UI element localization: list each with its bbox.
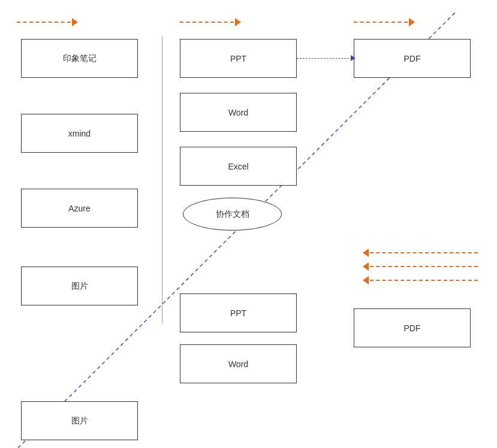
vertical-divider	[162, 36, 162, 323]
orange-arrow-left-top	[17, 18, 78, 26]
box-tupian2: 图片	[21, 401, 138, 440]
box-xmind: xmind	[21, 114, 138, 153]
box-word1: Word	[180, 93, 297, 132]
orange-arrow-back-1	[363, 249, 478, 257]
orange-arrow-mid-top	[180, 18, 241, 26]
orange-arrow-right-top	[354, 18, 415, 26]
ellipse-xiezuo: 协作文档	[183, 198, 282, 231]
box-tupian1: 图片	[21, 267, 138, 305]
box-pdf2: PDF	[354, 308, 471, 347]
orange-arrow-back-2	[363, 262, 478, 271]
box-pdf1: PDF	[354, 39, 471, 78]
box-yinxiang: 印象笔记	[21, 39, 138, 78]
box-ppt2: PPT	[180, 293, 297, 332]
box-ppt1: PPT	[180, 39, 297, 78]
blue-connector-ppt-pdf	[297, 58, 355, 59]
blue-arrowhead-ppt-pdf	[351, 55, 356, 61]
orange-arrow-back-3	[363, 276, 478, 284]
box-word2: Word	[180, 344, 297, 383]
box-excel: Excel	[180, 147, 297, 186]
box-azure: Azure	[21, 189, 138, 228]
